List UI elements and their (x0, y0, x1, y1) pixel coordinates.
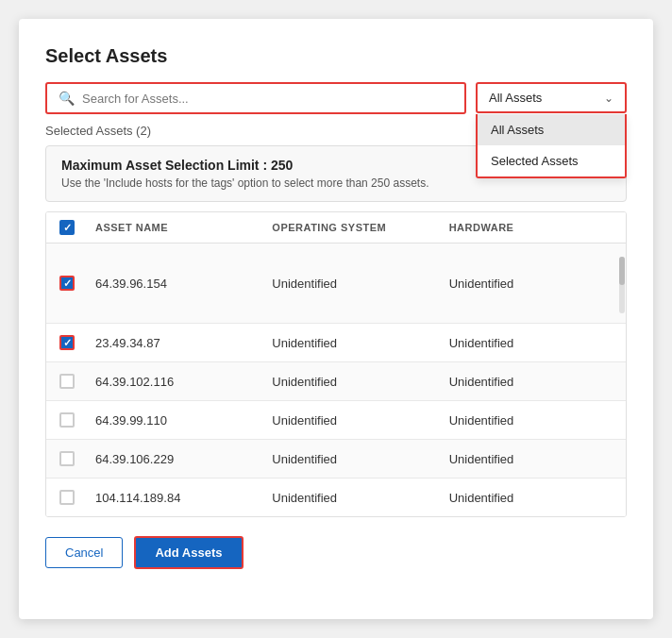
col-header-hardware: HARDWARE (442, 220, 618, 235)
asset-name-5: 64.39.106.229 (88, 450, 264, 468)
asset-name-2: 23.49.34.87 (88, 334, 264, 352)
asset-os-2: Unidentified (264, 334, 441, 352)
asset-name-3: 64.39.102.116 (88, 373, 264, 391)
asset-hw-1: Unidentified (442, 275, 618, 293)
row-checkbox-cell (46, 488, 88, 507)
filter-dropdown-menu: All Assets Selected Assets (476, 114, 627, 178)
table-row: 64.39.102.116 Unidentified Unidentified (46, 362, 626, 401)
asset-os-5: Unidentified (264, 450, 441, 468)
search-icon: 🔍 (59, 91, 75, 106)
row-checkbox-cell (46, 333, 88, 352)
scrollbar-area (618, 253, 626, 313)
asset-name-6: 104.114.189.84 (88, 489, 264, 507)
row-checkbox-4[interactable] (59, 412, 75, 428)
search-input[interactable] (82, 92, 453, 106)
asset-hw-4: Unidentified (442, 411, 618, 429)
scrollbar-track[interactable] (619, 257, 625, 313)
row-checkbox-2[interactable] (59, 335, 75, 350)
row-checkbox-cell (46, 274, 88, 293)
row-checkbox-cell (46, 372, 88, 391)
asset-name-1: 64.39.96.154 (88, 275, 264, 293)
asset-name-4: 64.39.99.110 (88, 411, 264, 429)
table-header: ASSET NAME OPERATING SYSTEM HARDWARE (46, 212, 626, 243)
table-row: 64.39.96.154 Unidentified Unidentified (46, 243, 626, 324)
asset-os-4: Unidentified (264, 411, 441, 429)
table-row: 23.49.34.87 Unidentified Unidentified (46, 324, 626, 362)
row-checkbox-3[interactable] (59, 374, 75, 389)
asset-hw-2: Unidentified (442, 334, 618, 352)
row-checkbox-cell (46, 411, 88, 429)
col-header-os: OPERATING SYSTEM (264, 220, 441, 235)
select-all-checkbox[interactable] (59, 220, 75, 235)
asset-os-1: Unidentified (264, 275, 441, 293)
asset-os-3: Unidentified (264, 373, 441, 391)
filter-option-all[interactable]: All Assets (478, 114, 625, 145)
modal-title: Select Assets (45, 45, 627, 67)
col-header-asset-name: ASSET NAME (88, 220, 264, 235)
asset-os-6: Unidentified (264, 489, 441, 507)
filter-label: All Assets (489, 91, 542, 105)
asset-hw-5: Unidentified (442, 450, 618, 468)
search-filter-row: 🔍 All Assets ⌄ All Assets Selected Asset… (45, 82, 627, 114)
filter-button[interactable]: All Assets ⌄ (476, 82, 627, 113)
filter-option-selected[interactable]: Selected Assets (478, 145, 625, 176)
asset-hw-6: Unidentified (442, 489, 618, 507)
table-row: 64.39.106.229 Unidentified Unidentified (46, 440, 626, 478)
add-assets-button[interactable]: Add Assets (134, 536, 243, 569)
row-checkbox-cell (46, 449, 88, 468)
footer-row: Cancel Add Assets (45, 536, 627, 569)
assets-table: ASSET NAME OPERATING SYSTEM HARDWARE 64.… (45, 211, 627, 517)
header-checkbox-cell (46, 220, 88, 235)
table-row: 104.114.189.84 Unidentified Unidentified (46, 478, 626, 516)
row-checkbox-1[interactable] (59, 276, 75, 291)
warning-text: Use the 'Include hosts for the tags' opt… (61, 176, 611, 190)
select-assets-modal: Select Assets 🔍 All Assets ⌄ All Assets … (19, 19, 653, 619)
cancel-button[interactable]: Cancel (45, 537, 123, 568)
row-checkbox-5[interactable] (59, 451, 75, 466)
asset-hw-3: Unidentified (442, 373, 618, 391)
filter-dropdown: All Assets ⌄ All Assets Selected Assets (476, 82, 627, 114)
scrollbar-thumb[interactable] (619, 257, 625, 285)
row-checkbox-6[interactable] (59, 490, 75, 505)
table-row: 64.39.99.110 Unidentified Unidentified (46, 401, 626, 440)
search-box[interactable]: 🔍 (45, 82, 466, 114)
chevron-down-icon: ⌄ (604, 92, 613, 105)
selected-count-label: Selected Assets (2) (45, 124, 151, 138)
